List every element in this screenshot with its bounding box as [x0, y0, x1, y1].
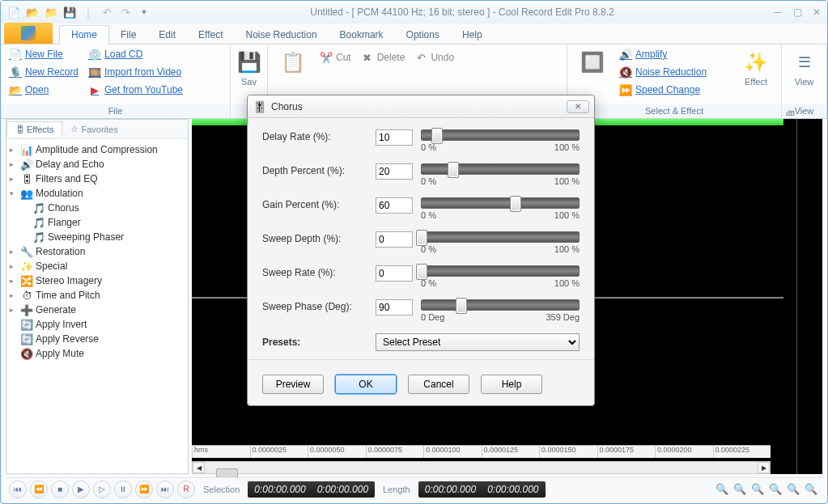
slider-thumb[interactable]: [431, 128, 443, 144]
zoom-out-button[interactable]: 🔍: [732, 481, 748, 498]
tab-home[interactable]: Home: [59, 25, 109, 44]
time-ruler[interactable]: hms0.00000250.00000500.00000750.00001000…: [192, 445, 771, 458]
tab-edit[interactable]: Edit: [147, 26, 187, 44]
slider-thumb[interactable]: [510, 196, 521, 212]
slider-thumb[interactable]: [416, 230, 427, 246]
help-button[interactable]: Help: [481, 375, 542, 394]
qat-open-icon[interactable]: 📂: [24, 4, 40, 20]
dialog-titlebar[interactable]: 🎚️ Chorus ✕: [248, 95, 594, 118]
record-button[interactable]: R: [177, 481, 195, 498]
param-slider[interactable]: [421, 197, 580, 209]
param-value-input[interactable]: [376, 197, 413, 214]
tree-item[interactable]: 🔇Apply Mute: [8, 346, 186, 361]
param-value-input[interactable]: [376, 299, 413, 316]
zoom-sel-button[interactable]: 🔍: [767, 481, 783, 498]
tree-item[interactable]: ▸✨Special: [8, 259, 186, 273]
param-value-input[interactable]: [376, 265, 413, 282]
stop-button[interactable]: ■: [51, 481, 69, 498]
undo-button[interactable]: ↶Undo: [411, 49, 457, 66]
tab-noise-reduction[interactable]: Noise Reduction: [235, 26, 329, 44]
param-value-input[interactable]: [376, 163, 413, 180]
view-big-button[interactable]: ☰ View: [787, 46, 822, 90]
param-slider[interactable]: [421, 231, 580, 243]
qat-undo-icon[interactable]: ↶: [99, 4, 115, 20]
sidebar-tab-effects[interactable]: 🎛Effects: [6, 121, 62, 137]
rewind-button[interactable]: ⏪: [30, 481, 48, 498]
cancel-button[interactable]: Cancel: [408, 375, 469, 394]
param-value-input[interactable]: [376, 231, 413, 248]
tree-item[interactable]: ▸📊Amplitude and Compression: [8, 142, 186, 157]
scroll-left-button[interactable]: ◀: [193, 462, 205, 473]
tree-child-item[interactable]: 🎵Sweeping Phaser: [8, 230, 186, 244]
skip-end-button[interactable]: ⏭: [156, 481, 174, 498]
new-record-button[interactable]: 🎙️New Record: [6, 64, 82, 80]
effects-sidebar: 🎛Effects ☆Favorites ▸📊Amplitude and Comp…: [6, 119, 189, 474]
effects-tree[interactable]: ▸📊Amplitude and Compression▸🔊Delay and E…: [6, 139, 188, 473]
tree-child-item[interactable]: 🎵Chorus: [8, 201, 186, 215]
param-slider[interactable]: [421, 129, 580, 141]
tab-bookmark[interactable]: Bookmark: [329, 26, 395, 44]
tree-item[interactable]: ▸🎛Filters and EQ: [8, 172, 186, 186]
new-file-button[interactable]: 📄New File: [6, 46, 82, 62]
tree-item[interactable]: ▸➕Generate: [8, 303, 186, 317]
tree-item[interactable]: ▸⏱Time and Pitch: [8, 288, 186, 303]
skip-start-button[interactable]: ⏮: [9, 481, 27, 498]
speed-change-button[interactable]: ⏩Speed Change: [616, 82, 710, 98]
effect-big-button[interactable]: ✨ Effect: [736, 46, 776, 90]
qat-dropdown-icon[interactable]: ▼: [136, 4, 152, 20]
param-slider[interactable]: [421, 265, 580, 277]
tab-help[interactable]: Help: [451, 26, 494, 44]
noise-reduction-button[interactable]: 🔇Noise Reduction: [616, 64, 710, 80]
param-value-input[interactable]: [376, 129, 413, 146]
param-slider[interactable]: [421, 299, 580, 311]
maximize-button[interactable]: ▢: [792, 6, 803, 18]
forward-button[interactable]: ⏩: [135, 481, 153, 498]
play-button[interactable]: ▶: [72, 481, 90, 498]
qat-redo-icon[interactable]: ↷: [117, 4, 134, 20]
delete-button[interactable]: ✖Delete: [358, 49, 409, 66]
paste-big-button[interactable]: 📋: [273, 46, 313, 78]
tree-item[interactable]: ▾👥Modulation: [8, 186, 186, 201]
presets-dropdown[interactable]: Select Preset: [376, 333, 580, 351]
load-cd-button[interactable]: 💿Load CD: [85, 46, 186, 62]
slider-thumb[interactable]: [456, 298, 467, 314]
preview-button[interactable]: Preview: [262, 375, 324, 394]
param-slider[interactable]: [421, 163, 580, 175]
pause-button[interactable]: ⏸: [114, 481, 132, 498]
save-big-button[interactable]: 💾 Sav: [235, 46, 264, 90]
app-menu-button[interactable]: [4, 23, 53, 44]
youtube-button[interactable]: ▶Get from YouTube: [85, 82, 186, 98]
tree-item[interactable]: ▸🔊Delay and Echo: [8, 157, 186, 172]
selection-time-display: 0:00:00.000 0:00:00.000: [248, 481, 375, 498]
slider-thumb[interactable]: [416, 264, 427, 280]
import-video-button[interactable]: 🎞️Import from Video: [85, 64, 186, 80]
amplify-button[interactable]: 🔊Amplify: [616, 46, 710, 62]
tree-item[interactable]: 🔄Apply Reverse: [8, 332, 186, 346]
tab-effect[interactable]: Effect: [187, 26, 234, 44]
select-big-button[interactable]: 🔲: [572, 46, 613, 78]
open-button[interactable]: 📂Open: [6, 82, 82, 98]
zoom-v-in-button[interactable]: 🔍: [785, 481, 801, 498]
sidebar-tab-favorites[interactable]: ☆Favorites: [62, 121, 125, 137]
cut-button[interactable]: ✂️Cut: [316, 49, 355, 66]
tree-child-item[interactable]: 🎵Flanger: [8, 215, 186, 230]
tree-item[interactable]: 🔄Apply Invert: [8, 317, 186, 332]
scroll-right-button[interactable]: ▶: [758, 462, 770, 473]
zoom-in-button[interactable]: 🔍: [714, 481, 730, 498]
zoom-fit-button[interactable]: 🔍: [749, 481, 766, 498]
minimize-button[interactable]: ─: [772, 6, 783, 18]
zoom-v-out-button[interactable]: 🔍: [803, 481, 819, 498]
tab-file[interactable]: File: [109, 26, 147, 44]
tree-item[interactable]: ▸🔀Stereo Imagery: [8, 273, 186, 288]
ok-button[interactable]: OK: [335, 375, 397, 394]
qat-save-icon[interactable]: 💾: [62, 4, 78, 20]
play-loop-button[interactable]: ▷: [93, 481, 111, 498]
tree-item[interactable]: ▸🔧Restoration: [8, 244, 186, 259]
horizontal-scrollbar[interactable]: ◀ ▶: [192, 461, 771, 474]
qat-new-icon[interactable]: 📄: [6, 4, 22, 20]
dialog-close-button[interactable]: ✕: [567, 100, 589, 113]
qat-open2-icon[interactable]: 📁: [43, 4, 59, 20]
slider-thumb[interactable]: [448, 162, 459, 178]
tab-options[interactable]: Options: [395, 26, 451, 44]
close-button[interactable]: ✕: [811, 6, 822, 18]
